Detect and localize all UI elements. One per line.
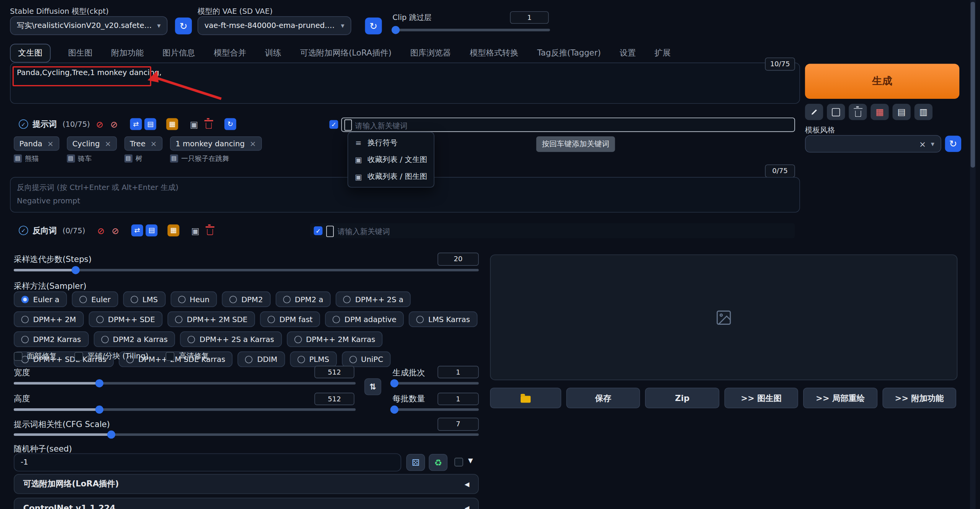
sampler-option[interactable]: DPM2	[222, 291, 270, 307]
option-checkbox-item[interactable]: 高清修复	[166, 351, 209, 362]
sampler-option[interactable]: DPM2 a	[275, 291, 331, 307]
option-checkbox-item[interactable]: 面部修复	[14, 351, 57, 362]
translate-button[interactable]: ⇄	[131, 224, 143, 236]
slider-knob[interactable]	[95, 379, 103, 387]
slider-knob[interactable]	[390, 379, 398, 387]
ban-all-button[interactable]: ⊘	[108, 118, 120, 130]
seed-input[interactable]: -1	[14, 453, 401, 471]
open-folder-button[interactable]	[490, 388, 561, 408]
negative-keyword-checkbox[interactable]: ✓	[314, 226, 323, 235]
tab[interactable]: 附加功能	[110, 44, 145, 62]
history-button[interactable]: ▦	[166, 118, 178, 130]
slider-knob[interactable]	[95, 406, 103, 414]
remove-tag-icon[interactable]: ×	[47, 139, 53, 148]
sampler-option[interactable]: DPM++ 2M SDE	[167, 311, 255, 327]
sampler-option[interactable]: DPM fast	[260, 311, 320, 327]
output-gallery[interactable]	[490, 254, 957, 380]
cfg-value[interactable]: 7	[438, 418, 479, 431]
tab[interactable]: Tag反推(Tagger)	[536, 44, 602, 62]
delete-button[interactable]	[204, 224, 216, 236]
menu-item[interactable]: ▣ 收藏列表 / 图生图	[348, 168, 433, 185]
copy-button[interactable]: ▣	[188, 118, 200, 130]
sampler-option[interactable]: DDIM	[238, 352, 285, 367]
sampler-option[interactable]: DPM2 a Karras	[93, 331, 175, 347]
width-slider[interactable]	[14, 382, 356, 385]
template-refresh-button[interactable]: ↻	[945, 136, 961, 152]
slider-knob[interactable]	[107, 430, 115, 439]
ban-button[interactable]: ⊘	[94, 118, 106, 130]
tab[interactable]: 图生图	[67, 44, 94, 62]
controlnet-accordion[interactable]: ControlNet v1.1.224 ◀	[14, 498, 479, 509]
tab[interactable]: 训练	[264, 44, 283, 62]
negative-keyword-input[interactable]: ✓ 请输入新关键词	[310, 223, 795, 238]
sampler-option[interactable]: UniPC	[341, 352, 390, 367]
remove-tag-icon[interactable]: ×	[250, 139, 256, 148]
sampler-option[interactable]: Euler a	[14, 291, 67, 307]
palette-button[interactable]: ▦	[871, 104, 889, 120]
scrollbar[interactable]	[970, 0, 976, 509]
sampler-option[interactable]: DPM++ 2M Karras	[287, 331, 383, 347]
ban-button[interactable]: ⊘	[95, 224, 107, 236]
delete-button[interactable]	[203, 118, 214, 130]
sampler-option[interactable]: DPM adaptive	[325, 311, 404, 327]
sync-button[interactable]: ↻	[224, 118, 236, 130]
menu-item[interactable]: ≡ 换行符号	[348, 134, 433, 151]
clip-skip-value[interactable]: 1	[510, 11, 549, 24]
height-slider[interactable]	[14, 408, 356, 411]
sampler-option[interactable]: DPM2 Karras	[14, 331, 88, 347]
height-value[interactable]: 512	[314, 393, 354, 405]
action-button[interactable]: Zip	[645, 388, 719, 408]
ckpt-select[interactable]: 写实\realisticVisionV20_v20.safetensors [c…	[10, 16, 167, 35]
ckpt-refresh-button[interactable]: ↻	[175, 18, 192, 34]
sampler-option[interactable]: DPM++ 2S a Karras	[180, 331, 282, 347]
action-button[interactable]: >> 局部重绘	[803, 388, 877, 408]
slider-knob[interactable]	[392, 26, 400, 34]
tab[interactable]: 可选附加网络(LoRA插件)	[299, 44, 393, 62]
batch-size-slider[interactable]	[392, 408, 479, 411]
slider-knob[interactable]	[72, 266, 80, 274]
tab[interactable]: 文生图	[10, 44, 51, 62]
lora-accordion[interactable]: 可选附加网络(LoRA插件) ◀	[14, 474, 479, 494]
ban-all-button[interactable]: ⊘	[109, 224, 121, 236]
sampler-option[interactable]: DPM++ 2S a	[336, 291, 411, 307]
batch-size-value[interactable]: 1	[438, 393, 479, 405]
card-button[interactable]: ▤	[892, 104, 910, 120]
tab[interactable]: 图片信息	[161, 44, 196, 62]
trash-button[interactable]	[849, 104, 867, 120]
menu-item[interactable]: ▣ 收藏列表 / 文生图	[348, 151, 433, 168]
remove-tag-icon[interactable]: ×	[105, 139, 111, 148]
vae-select[interactable]: vae-ft-mse-840000-ema-pruned.safetensors…	[198, 16, 351, 35]
slider-knob[interactable]	[390, 406, 398, 414]
tab[interactable]: 图库浏览器	[409, 44, 452, 62]
template-style-select[interactable]: × ▾	[805, 135, 941, 153]
translate-button[interactable]: ⇄	[130, 118, 142, 130]
action-button[interactable]: 保存	[566, 388, 640, 408]
random-seed-button[interactable]: ⚄	[406, 454, 425, 471]
frame-button[interactable]	[827, 104, 845, 120]
sampler-option[interactable]: LMS Karras	[409, 311, 477, 327]
generate-button[interactable]: 生成	[805, 64, 959, 99]
batch-count-value[interactable]: 1	[438, 366, 479, 378]
tab[interactable]: 设置	[618, 44, 637, 62]
remove-tag-icon[interactable]: ×	[150, 139, 157, 148]
sampler-option[interactable]: PLMS	[290, 352, 336, 367]
clear-icon[interactable]: ×	[919, 139, 926, 148]
history-button[interactable]: ▦	[168, 224, 180, 236]
steps-slider[interactable]	[14, 269, 479, 272]
prompt-keyword-input[interactable]: 请输入新关键词	[341, 118, 795, 132]
prompt-tag[interactable]: Cycling ×	[67, 136, 117, 151]
extra-seed-checkbox[interactable]	[454, 458, 463, 466]
sampler-option[interactable]: Euler	[72, 291, 118, 307]
favorites-button[interactable]: ▤	[144, 118, 156, 130]
sampler-option[interactable]: DPM++ 2M	[14, 311, 83, 327]
prompt-tag[interactable]: Panda ×	[14, 136, 59, 151]
sampler-option[interactable]: DPM++ SDE	[88, 311, 162, 327]
scrollbar-thumb[interactable]	[971, 2, 975, 168]
option-checkbox-item[interactable]: 平铺/分块 (Tiling)	[74, 351, 148, 362]
prompt-keyword-checkbox[interactable]: ✓	[329, 120, 338, 129]
steps-value[interactable]: 20	[438, 253, 479, 266]
prompt-tag[interactable]: 1 monkey dancing ×	[170, 136, 262, 151]
vae-refresh-button[interactable]: ↻	[365, 18, 382, 34]
action-button[interactable]: >> 图生图	[724, 388, 798, 408]
tab[interactable]: 扩展	[653, 44, 672, 62]
